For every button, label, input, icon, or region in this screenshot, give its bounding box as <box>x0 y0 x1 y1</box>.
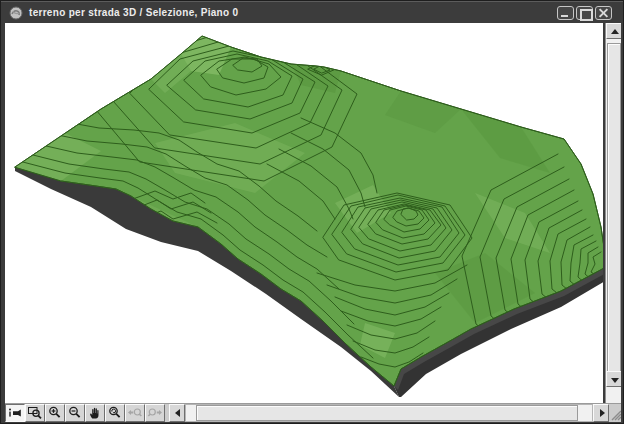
bottom-toolbar <box>5 403 621 422</box>
app-window: terreno per strada 3D / Selezione, Piano… <box>0 0 624 424</box>
scroll-up-button[interactable] <box>606 23 622 39</box>
zoom-forward-icon <box>147 405 163 421</box>
vertical-scrollbar-thumb[interactable] <box>607 43 621 375</box>
scroll-down-button[interactable] <box>606 371 622 387</box>
up-arrow-icon <box>611 29 619 34</box>
left-arrow-icon <box>175 409 180 417</box>
zoom-back-icon <box>127 405 143 421</box>
titlebar[interactable]: terreno per strada 3D / Selezione, Piano… <box>1 1 624 23</box>
window-title: terreno per strada 3D / Selezione, Piano… <box>29 2 238 24</box>
next-zoom-button[interactable] <box>145 404 165 422</box>
scroll-right-button[interactable] <box>593 404 609 422</box>
minimize-button[interactable] <box>557 6 574 20</box>
drawing-canvas-3d-view[interactable] <box>5 23 603 403</box>
previous-zoom-button[interactable] <box>125 404 145 422</box>
right-arrow-icon <box>600 409 605 417</box>
zoom-area-button[interactable] <box>25 404 45 422</box>
terrain-3d-model <box>5 23 603 403</box>
scroll-left-button[interactable] <box>169 404 185 422</box>
hand-icon <box>87 405 103 421</box>
close-button[interactable] <box>595 6 612 20</box>
horizontal-scrollbar[interactable] <box>185 404 593 422</box>
horizontal-scrollbar-thumb[interactable] <box>196 405 578 421</box>
zoom-in-icon <box>47 405 63 421</box>
fit-icon <box>107 405 123 421</box>
zoom-area-icon <box>27 405 43 421</box>
zoom-out-button[interactable] <box>65 404 85 422</box>
zoom-in-button[interactable] <box>45 404 65 422</box>
window-icon <box>9 6 23 20</box>
pan-button[interactable] <box>85 404 105 422</box>
vertical-scrollbar[interactable] <box>605 23 621 403</box>
down-arrow-icon <box>611 378 619 383</box>
zoom-out-icon <box>67 405 83 421</box>
maximize-button[interactable] <box>576 6 593 20</box>
camera-icon <box>7 405 23 421</box>
fit-in-window-button[interactable] <box>105 404 125 422</box>
navigation-mode-button[interactable] <box>5 404 25 422</box>
